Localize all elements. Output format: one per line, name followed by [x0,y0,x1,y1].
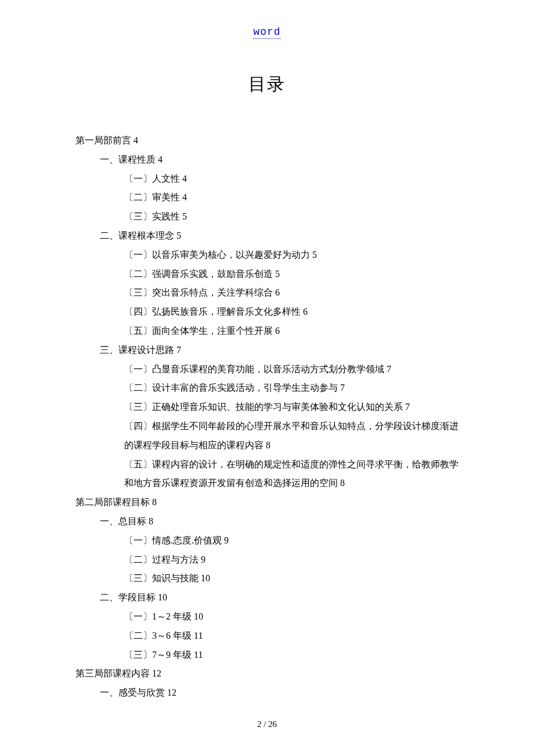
table-of-contents: 第一局部前言 4 一、课程性质 4 〔一〕人文性 4 〔二〕审美性 4 〔三〕实… [75,131,459,703]
toc-entry: 第二局部课程目标 8 [75,493,459,512]
toc-entry: 〔二〕审美性 4 [75,188,459,207]
toc-entry: 〔五〕课程内容的设计，在明确的规定性和适度的弹性之间寻求平衡，给教师教学和地方音… [75,455,459,494]
toc-entry: 〔四〕根据学生不同年龄段的心理开展水平和音乐认知特点，分学段设计梯度渐进的课程学… [75,417,459,455]
toc-entry: 一、课程性质 4 [75,150,459,170]
header-link[interactable]: word [75,26,459,38]
toc-entry: 〔三〕知识与技能 10 [75,569,459,588]
toc-entry: 二、学段目标 10 [75,588,459,607]
toc-entry: 〔一〕凸显音乐课程的美育功能，以音乐活动方式划分教学领域 7 [75,360,459,379]
toc-entry: 〔一〕1～2 年级 10 [75,607,459,627]
toc-entry: 〔三〕正确处理音乐知识、技能的学习与审美体验和文化认知的关系 7 [75,398,459,417]
toc-entry: 第三局部课程内容 12 [75,664,459,683]
toc-entry: 〔三〕突出音乐特点，关注学科综合 6 [75,283,459,303]
toc-entry: 第一局部前言 4 [75,131,459,150]
page-title: 目录 [75,73,459,96]
toc-entry: 〔一〕情感.态度.价值观 9 [75,531,459,550]
toc-entry: 三、课程设计思路 7 [75,341,459,360]
toc-entry: 〔四〕弘扬民族音乐，理解音乐文化多样性 6 [75,303,459,322]
toc-entry: 〔二〕强调音乐实践，鼓励音乐创造 5 [75,265,459,284]
toc-entry: 〔五〕面向全体学生，注重个性开展 6 [75,322,459,341]
toc-entry: 〔三〕7～9 年级 11 [75,646,459,665]
header-link-text: word [253,26,280,39]
toc-entry: 二、课程根本理念 5 [75,226,459,246]
page-number: 2 / 26 [0,719,534,729]
toc-entry: 〔三〕实践性 5 [75,207,459,226]
toc-entry: 〔二〕过程与方法 9 [75,550,459,570]
toc-entry: 〔二〕3～6 年级 11 [75,627,459,646]
toc-entry: 〔一〕以音乐审美为核心，以兴趣爱好为动力 5 [75,246,459,265]
toc-entry: 〔二〕设计丰富的音乐实践活动，引导学生主动参与 7 [75,379,459,398]
toc-entry: 一、总目标 8 [75,512,459,531]
toc-entry: 一、感受与欣赏 12 [75,683,459,703]
toc-entry: 〔一〕人文性 4 [75,170,459,189]
